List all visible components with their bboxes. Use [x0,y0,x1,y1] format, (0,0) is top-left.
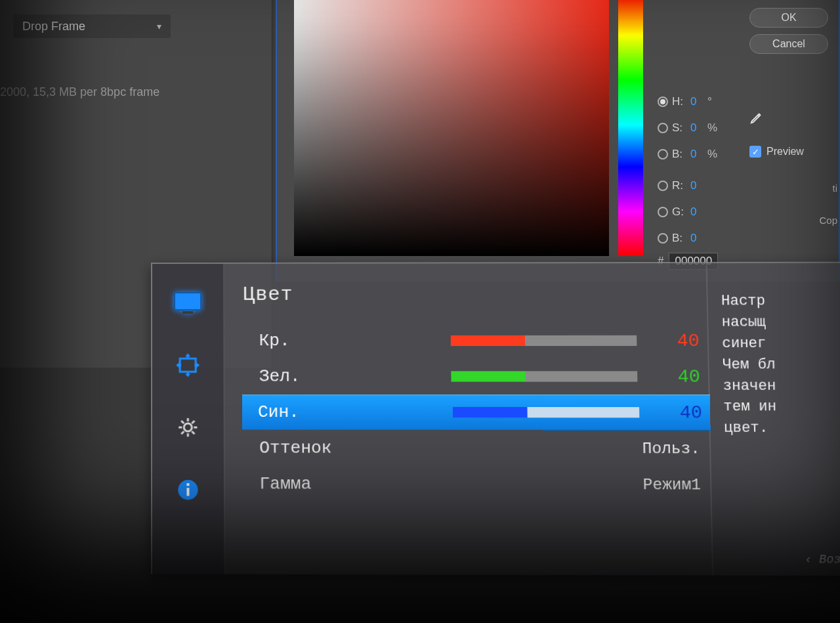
osd-row-blue[interactable]: Син. 40 [242,395,711,431]
osd-tab-picture[interactable] [171,288,205,319]
osd-desc-line: насыщ [721,312,840,333]
hue-strip[interactable] [618,0,643,256]
osd-description: Настр насыщ синег Чем бл значен тем ин ц… [706,263,840,576]
osd-blue-bar [453,407,639,418]
s-value[interactable]: 0 [690,121,704,135]
bri-row[interactable]: B: 0 % [658,141,717,167]
osd-desc-line: Чем бл [723,354,840,376]
r-label: R: [672,179,686,192]
osd-desc-line: синег [722,333,840,354]
radio-icon[interactable] [658,149,668,160]
h-value[interactable]: 0 [690,95,704,108]
osd-row-red[interactable]: Кр. 40 [243,323,707,359]
osd-tab-settings[interactable] [171,412,205,444]
b2-value[interactable]: 0 [690,232,704,245]
radio-icon[interactable] [658,181,668,191]
svg-point-3 [184,423,192,431]
osd-main: Цвет Кр. 40 Зел. 40 Син. 40 Оттенок Поль… [224,263,712,576]
cancel-button[interactable]: Cancel [749,34,828,54]
osd-gamma-label: Гамма [259,474,412,494]
radio-icon[interactable] [658,123,668,133]
drop-frame-select[interactable]: Drop Frame ▾ [13,14,171,38]
osd-row-tint[interactable]: Оттенок Польз. [243,430,710,467]
svg-rect-1 [182,311,193,314]
side-label-copy: Cop [819,215,837,226]
check-icon: ✓ [749,146,761,158]
radio-icon[interactable] [658,207,668,217]
h-label: H: [672,95,686,108]
h-unit: ° [707,95,712,108]
osd-blue-label: Син. [258,402,410,422]
b-label: B: [672,148,686,161]
b2-row[interactable]: B: 0 [658,225,717,251]
preview-label: Preview [766,146,804,158]
monitor-osd: Цвет Кр. 40 Зел. 40 Син. 40 Оттенок Поль… [151,262,840,576]
s-label: S: [672,121,686,135]
preview-checkbox[interactable]: ✓ Preview [749,146,804,158]
svg-rect-0 [175,293,201,310]
g-value[interactable]: 0 [690,205,704,219]
b-unit: % [707,148,717,161]
color-saturation-field[interactable] [294,0,609,256]
ok-button[interactable]: OK [749,8,828,28]
eyedropper-icon[interactable] [749,110,764,125]
osd-tint-label: Оттенок [259,438,412,458]
osd-desc-line: значен [723,376,840,397]
osd-row-gamma[interactable]: Гамма Режим1 [243,466,711,503]
chevron-down-icon: ▾ [157,21,161,32]
osd-green-value: 40 [664,366,701,387]
eyedropper-row [749,110,764,125]
g-row[interactable]: G: 0 [658,199,717,225]
osd-title: Цвет [243,283,707,306]
osd-red-bar [451,335,637,346]
g-label: G: [672,205,686,219]
osd-footer-back[interactable]: ‹ Воз [805,553,840,567]
osd-desc-line: цвет. [724,418,840,440]
osd-green-label: Зел. [259,366,411,386]
osd-desc-line: тем ин [723,397,840,418]
radio-icon[interactable] [658,233,668,244]
picker-buttons: OK Cancel [749,0,840,60]
r-value[interactable]: 0 [690,179,704,192]
sat-row[interactable]: S: 0 % [658,115,717,141]
side-label-ti: ti [833,183,838,194]
radio-icon[interactable] [658,97,668,107]
osd-tab-info[interactable] [171,474,205,506]
hue-row[interactable]: H: 0 ° [658,89,717,115]
osd-desc-line: Настр [721,291,840,312]
osd-green-bar [451,371,637,381]
svg-rect-5 [186,488,189,496]
osd-row-green[interactable]: Зел. 40 [243,358,709,395]
osd-tab-geometry[interactable] [171,349,205,381]
hsb-rgb-group: H: 0 ° S: 0 % B: 0 % R: 0 [658,89,717,251]
osd-red-label: Кр. [259,331,411,351]
frame-info-text: 2000, 15,3 MB per 8bpc frame [0,85,159,99]
svg-rect-6 [186,483,189,486]
b2-label: B: [672,232,686,245]
svg-rect-2 [180,358,196,372]
osd-tint-value: Польз. [642,439,701,458]
osd-sidebar [152,264,225,574]
b-value[interactable]: 0 [690,148,704,161]
color-picker-panel: H: 0 ° S: 0 % B: 0 % R: 0 [276,0,840,282]
osd-blue-value: 40 [666,402,703,423]
s-unit: % [707,121,717,135]
drop-frame-label: Drop Frame [22,20,85,33]
osd-gamma-value: Режим1 [643,475,702,494]
osd-red-value: 40 [663,330,700,351]
r-row[interactable]: R: 0 [658,173,717,199]
